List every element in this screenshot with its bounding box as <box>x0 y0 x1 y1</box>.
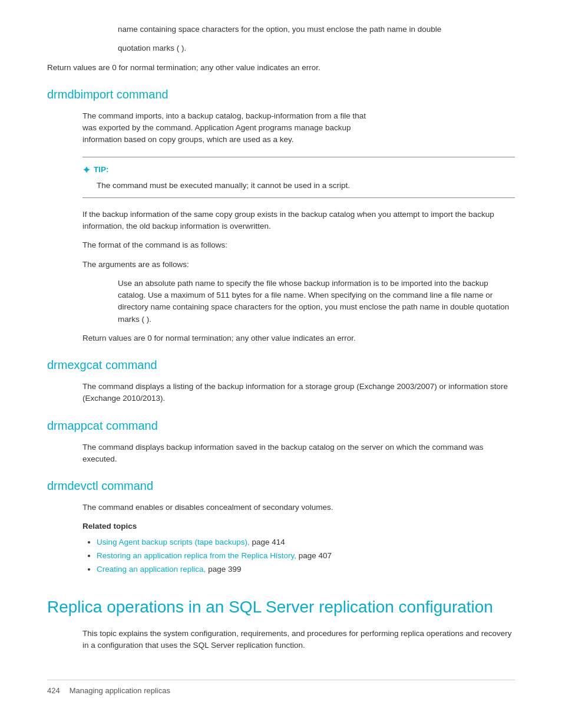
related-topics-heading: Related topics <box>82 521 515 532</box>
link-creating-replica[interactable]: Creating an application replica, <box>97 565 206 574</box>
drmdbimport-body5: The format of the command is as follows: <box>82 239 515 251</box>
intro-line2: quotation marks ( ). <box>118 42 515 54</box>
intro-line1: name containing space characters for the… <box>118 24 515 35</box>
list-item: Restoring an application replica from th… <box>97 550 515 562</box>
tip-content: The command must be executed manually; i… <box>97 180 515 192</box>
drmdbimport-body6: The arguments are as follows: <box>82 259 515 271</box>
drmexgcat-body: The command displays a listing of the ba… <box>82 381 515 405</box>
intro-return-values: Return values are 0 for normal terminati… <box>47 62 515 74</box>
drmdbimport-body4: If the backup information of the same co… <box>82 209 515 233</box>
drmdevctl-body: The command enables or disables concealm… <box>82 502 515 513</box>
tip-box: ✦ TIP: The command must be executed manu… <box>82 157 515 198</box>
tip-icon: ✦ <box>82 163 90 177</box>
drmdbimport-body1: The command imports, into a backup catal… <box>82 110 515 146</box>
big-section-body: This topic explains the system configura… <box>82 628 515 652</box>
drmdevctl-heading: drmdevctl command <box>47 477 515 495</box>
drmdbimport-indented: Use an absolute path name to specify the… <box>118 278 515 325</box>
drmexgcat-heading: drmexgcat command <box>47 356 515 374</box>
link-tape-backups[interactable]: Using Agent backup scripts (tape backups… <box>97 538 250 546</box>
tip-label: TIP: <box>94 164 109 176</box>
drmdbimport-return-values: Return values are 0 for normal terminati… <box>82 332 515 344</box>
footer: 424 Managing application replicas <box>47 680 515 697</box>
list-item: Creating an application replica, page 39… <box>97 564 515 575</box>
drmappcat-heading: drmappcat command <box>47 417 515 434</box>
footer-page-number: 424 <box>47 685 60 697</box>
link-restoring-replica[interactable]: Restoring an application replica from th… <box>97 551 296 560</box>
related-links-list: Using Agent backup scripts (tape backups… <box>97 536 515 576</box>
footer-text: Managing application replicas <box>70 685 170 697</box>
link-tape-suffix: page 414 <box>250 538 285 546</box>
big-section-heading: Replica operations in an SQL Server repl… <box>47 597 515 618</box>
list-item: Using Agent backup scripts (tape backups… <box>97 536 515 548</box>
drmappcat-body: The command displays backup information … <box>82 442 515 466</box>
drmdbimport-heading: drmdbimport command <box>47 85 515 103</box>
link-restoring-suffix: page 407 <box>296 551 332 560</box>
link-creating-suffix: page 399 <box>206 565 241 574</box>
